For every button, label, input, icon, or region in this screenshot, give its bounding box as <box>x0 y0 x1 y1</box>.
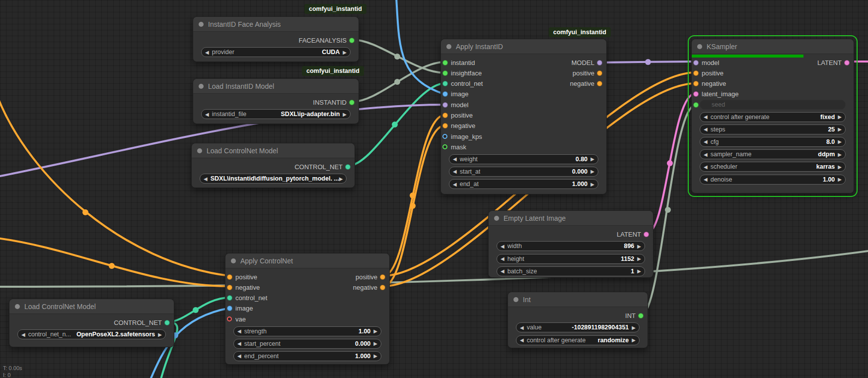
decrement-arrow-icon[interactable]: ◀ <box>237 328 241 334</box>
node-instantid-face-analysis[interactable]: InstantID Face AnalysisFACEANALYSIS◀prov… <box>193 16 359 62</box>
collapse-dot-icon[interactable] <box>199 22 204 27</box>
batch_size-widget[interactable]: ◀batch_size1▶ <box>497 266 645 276</box>
seed-input-widget[interactable]: seed <box>700 100 846 110</box>
increment-arrow-icon[interactable]: ▶ <box>838 139 842 144</box>
input-port-image[interactable] <box>227 306 232 311</box>
increment-arrow-icon[interactable]: ▶ <box>838 114 842 120</box>
decrement-arrow-icon[interactable]: ◀ <box>501 244 505 249</box>
decrement-arrow-icon[interactable]: ◀ <box>21 332 25 337</box>
node-load-controlnet-model-openpose[interactable]: Load ControlNet ModelCONTROL_NET◀control… <box>9 299 174 347</box>
input-port-control_net[interactable] <box>227 295 232 301</box>
scheduler-widget[interactable]: ◀schedulerkarras▶ <box>700 162 846 172</box>
input-port-negative[interactable] <box>442 123 448 128</box>
sampler_name-widget[interactable]: ◀sampler_nameddpm▶ <box>700 149 846 159</box>
decrement-arrow-icon[interactable]: ◀ <box>704 126 708 132</box>
collapse-dot-icon[interactable] <box>513 297 518 302</box>
weight-widget[interactable]: ◀weight0.80▶ <box>449 154 598 164</box>
node-apply-controlnet[interactable]: Apply ControlNetpositivenegativecontrol_… <box>225 253 390 365</box>
output-port-INSTANTID[interactable] <box>349 100 355 105</box>
width-widget[interactable]: ◀width896▶ <box>497 241 645 251</box>
decrement-arrow-icon[interactable]: ◀ <box>704 152 708 157</box>
increment-arrow-icon[interactable]: ▶ <box>339 176 343 182</box>
decrement-arrow-icon[interactable]: ◀ <box>520 325 524 330</box>
node-title-bar[interactable]: InstantID Face Analysis <box>193 17 359 32</box>
increment-arrow-icon[interactable]: ▶ <box>632 337 636 343</box>
increment-arrow-icon[interactable]: ▶ <box>373 341 377 346</box>
collapse-dot-icon[interactable] <box>199 84 204 89</box>
increment-arrow-icon[interactable]: ▶ <box>343 112 347 117</box>
decrement-arrow-icon[interactable]: ◀ <box>453 169 457 174</box>
collapse-dot-icon[interactable] <box>197 148 202 153</box>
output-port-LATENT[interactable] <box>644 232 649 237</box>
node-int[interactable]: IntINT◀value-1028911982904351▶◀control a… <box>507 292 648 348</box>
output-port-INT[interactable] <box>638 313 644 318</box>
increment-arrow-icon[interactable]: ▶ <box>838 126 842 132</box>
node-empty-latent-image[interactable]: Empty Latent ImageLATENT◀width896▶◀heigh… <box>488 210 653 278</box>
collapse-dot-icon[interactable] <box>494 216 499 221</box>
decrement-arrow-icon[interactable]: ◀ <box>205 50 209 55</box>
instantid_file-widget[interactable]: ◀instantid_fileSDXL\ip-adapter.bin▶ <box>201 109 351 119</box>
increment-arrow-icon[interactable]: ▶ <box>838 164 842 170</box>
input-port-positive[interactable] <box>442 113 448 118</box>
increment-arrow-icon[interactable]: ▶ <box>838 152 842 157</box>
collapse-dot-icon[interactable] <box>15 304 20 309</box>
end_percent-widget[interactable]: ◀end_percent1.000▶ <box>233 351 381 361</box>
start_at-widget[interactable]: ◀start_at0.000▶ <box>449 167 598 177</box>
strength-widget[interactable]: ◀strength1.00▶ <box>233 326 381 336</box>
value-widget[interactable]: ◀SDXL\instantid\diffusion_pytorch_model.… <box>200 174 347 184</box>
increment-arrow-icon[interactable]: ▶ <box>590 169 594 174</box>
increment-arrow-icon[interactable]: ▶ <box>637 256 641 261</box>
input-port-vae[interactable] <box>227 316 232 321</box>
output-port-CONTROL_NET[interactable] <box>345 164 351 170</box>
output-port-MODEL[interactable] <box>597 60 602 65</box>
decrement-arrow-icon[interactable]: ◀ <box>237 353 241 359</box>
control after generate-widget[interactable]: ◀control after generatefixed▶ <box>700 112 846 122</box>
node-title-bar[interactable]: Empty Latent Image <box>489 211 653 226</box>
input-port-negative[interactable] <box>227 285 232 290</box>
input-port-model[interactable] <box>442 102 448 108</box>
decrement-arrow-icon[interactable]: ◀ <box>453 156 457 162</box>
increment-arrow-icon[interactable]: ▶ <box>838 177 842 182</box>
start_percent-widget[interactable]: ◀start_percent0.000▶ <box>233 339 381 349</box>
input-port-negative[interactable] <box>693 81 699 86</box>
collapse-dot-icon[interactable] <box>446 44 451 49</box>
control_net_n...-widget[interactable]: ◀control_net_n...OpenPoseXL2.safetensors… <box>17 329 166 339</box>
input-port-latent_image[interactable] <box>693 91 699 97</box>
decrement-arrow-icon[interactable]: ◀ <box>501 268 505 274</box>
provider-widget[interactable]: ◀providerCUDA▶ <box>201 47 351 57</box>
input-port-positive[interactable] <box>227 274 232 280</box>
input-port-seed[interactable] <box>693 102 699 108</box>
output-port-negative[interactable] <box>597 81 602 86</box>
increment-arrow-icon[interactable]: ▶ <box>373 328 377 334</box>
output-port-LATENT[interactable] <box>844 60 850 65</box>
collapse-dot-icon[interactable] <box>697 44 702 49</box>
input-port-image_kps[interactable] <box>442 134 447 139</box>
node-load-controlnet-model-instantid[interactable]: Load ControlNet ModelCONTROL_NET◀SDXL\in… <box>191 143 355 188</box>
output-port-negative[interactable] <box>380 285 385 290</box>
node-title-bar[interactable]: Apply InstantID <box>441 39 606 54</box>
increment-arrow-icon[interactable]: ▶ <box>373 353 377 359</box>
output-port-positive[interactable] <box>380 274 385 280</box>
output-port-positive[interactable] <box>597 70 602 76</box>
decrement-arrow-icon[interactable]: ◀ <box>704 139 708 144</box>
decrement-arrow-icon[interactable]: ◀ <box>204 176 208 182</box>
input-port-instantid[interactable] <box>442 60 448 65</box>
node-title-bar[interactable]: Load InstantID Model <box>193 79 359 94</box>
node-title-bar[interactable]: Apply ControlNet <box>225 253 389 268</box>
decrement-arrow-icon[interactable]: ◀ <box>520 337 524 343</box>
node-title-bar[interactable]: Load ControlNet Model <box>9 299 174 314</box>
value-widget[interactable]: ◀value-1028911982904351▶ <box>516 322 640 332</box>
input-port-positive[interactable] <box>693 70 699 76</box>
node-apply-instantid[interactable]: Apply InstantIDinstantidinsightfacecontr… <box>440 39 607 194</box>
input-port-model[interactable] <box>693 60 699 65</box>
increment-arrow-icon[interactable]: ▶ <box>632 325 636 330</box>
decrement-arrow-icon[interactable]: ◀ <box>704 177 708 182</box>
node-title-bar[interactable]: Load ControlNet Model <box>192 143 355 158</box>
node-title-bar[interactable]: Int <box>508 292 648 307</box>
node-load-instantid-model[interactable]: Load InstantID ModelINSTANTID◀instantid_… <box>193 78 359 124</box>
input-port-insightface[interactable] <box>442 70 448 76</box>
input-port-control_net[interactable] <box>442 81 448 86</box>
decrement-arrow-icon[interactable]: ◀ <box>453 182 457 187</box>
increment-arrow-icon[interactable]: ▶ <box>343 50 347 55</box>
decrement-arrow-icon[interactable]: ◀ <box>237 341 241 346</box>
